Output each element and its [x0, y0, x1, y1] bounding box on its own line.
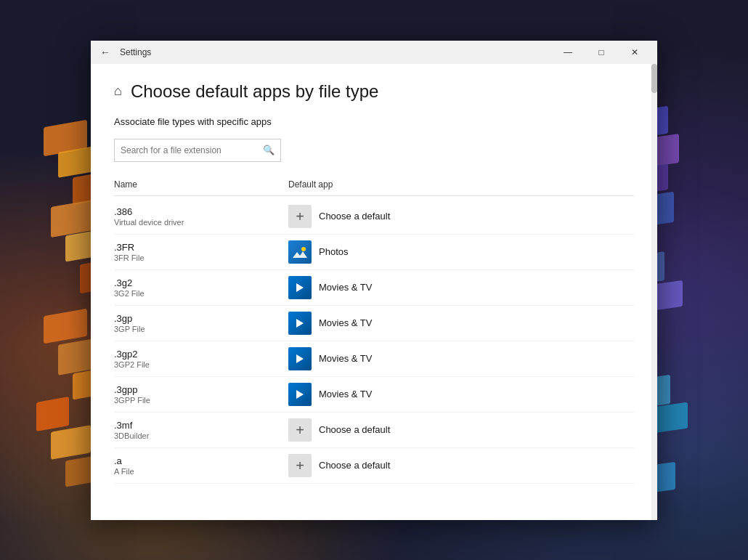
- item-app[interactable]: + Choose a default: [288, 418, 390, 442]
- item-app[interactable]: Movies & TV: [288, 383, 372, 406]
- item-info: .3g2 3G2 File: [114, 277, 288, 298]
- page-header: ⌂ Choose default apps by file type: [114, 81, 634, 102]
- back-button[interactable]: ←: [97, 44, 114, 61]
- item-info: .3mf 3DBuilder: [114, 420, 288, 440]
- item-description: 3GP File: [114, 325, 288, 333]
- app-name: Movies & TV: [319, 389, 372, 399]
- item-info: .3gp 3GP File: [114, 313, 288, 333]
- maximize-button[interactable]: □: [585, 41, 618, 64]
- svg-point-2: [301, 247, 306, 251]
- list-header: Name Default app: [114, 176, 634, 196]
- item-extension: .3gp: [114, 313, 288, 324]
- app-name: Movies & TV: [319, 282, 372, 293]
- title-bar: ← Settings — □ ✕: [91, 41, 657, 64]
- default-icon: +: [288, 454, 312, 477]
- table-row[interactable]: .3gp2 3GP2 File Movies & TV: [114, 341, 634, 377]
- table-row[interactable]: .3gp 3GP File Movies & TV: [114, 306, 634, 341]
- item-info: .3gp2 3GP2 File: [114, 349, 288, 369]
- item-extension: .a: [114, 455, 288, 466]
- window-controls: — □ ✕: [551, 41, 651, 64]
- item-description: 3GP2 File: [114, 360, 288, 369]
- table-row[interactable]: .3g2 3G2 File Movies & TV: [114, 270, 634, 306]
- page-subtitle: Associate file types with specific apps: [114, 116, 634, 127]
- item-app[interactable]: Movies & TV: [288, 347, 372, 370]
- movies-icon: [288, 312, 312, 335]
- app-name: Choose a default: [319, 424, 390, 435]
- table-row[interactable]: .386 Virtual device driver + Choose a de…: [114, 199, 634, 235]
- col-app-header: Default app: [288, 179, 333, 190]
- photos-icon: [288, 240, 312, 264]
- col-name-header: Name: [114, 179, 288, 190]
- page-content: ⌂ Choose default apps by file type Assoc…: [91, 64, 657, 520]
- item-info: .a A File: [114, 455, 288, 476]
- movies-icon: [288, 276, 312, 299]
- item-app[interactable]: Movies & TV: [288, 312, 372, 335]
- home-icon[interactable]: ⌂: [114, 84, 122, 99]
- item-extension: .3gp2: [114, 349, 288, 360]
- app-name: Choose a default: [319, 211, 390, 222]
- search-input[interactable]: [121, 145, 263, 155]
- table-row[interactable]: .3FR 3FR File Photos: [114, 235, 634, 270]
- app-name: Choose a default: [319, 460, 390, 471]
- item-app[interactable]: Movies & TV: [288, 276, 372, 299]
- default-icon: +: [288, 418, 312, 442]
- item-info: .3gpp 3GPP File: [114, 384, 288, 405]
- item-description: 3GPP File: [114, 396, 288, 405]
- item-app[interactable]: Photos: [288, 240, 348, 264]
- item-app[interactable]: + Choose a default: [288, 454, 390, 477]
- item-extension: .3gpp: [114, 384, 288, 395]
- table-row[interactable]: .3gpp 3GPP File Movies & TV: [114, 377, 634, 413]
- file-type-list: .386 Virtual device driver + Choose a de…: [114, 199, 634, 484]
- item-description: 3G2 File: [114, 289, 288, 298]
- window-title: Settings: [120, 47, 551, 57]
- table-row[interactable]: .a A File + Choose a default: [114, 448, 634, 484]
- item-description: A File: [114, 467, 288, 476]
- search-box[interactable]: 🔍: [114, 139, 281, 162]
- settings-window: ← Settings — □ ✕ ⌂ Choose default apps b…: [91, 41, 657, 520]
- item-extension: .3g2: [114, 277, 288, 288]
- minimize-button[interactable]: —: [551, 41, 585, 64]
- item-info: .3FR 3FR File: [114, 242, 288, 262]
- item-description: Virtual device driver: [114, 218, 288, 227]
- app-name: Photos: [319, 246, 348, 257]
- page-title: Choose default apps by file type: [131, 81, 379, 102]
- search-icon: 🔍: [263, 145, 275, 155]
- item-extension: .386: [114, 206, 288, 217]
- item-app[interactable]: + Choose a default: [288, 205, 390, 228]
- app-name: Movies & TV: [319, 317, 372, 328]
- close-button[interactable]: ✕: [618, 41, 651, 64]
- item-description: 3DBuilder: [114, 431, 288, 440]
- svg-marker-1: [293, 251, 307, 258]
- movies-icon: [288, 383, 312, 406]
- item-description: 3FR File: [114, 253, 288, 262]
- item-extension: .3mf: [114, 420, 288, 431]
- movies-icon: [288, 347, 312, 370]
- item-info: .386 Virtual device driver: [114, 206, 288, 227]
- item-extension: .3FR: [114, 242, 288, 253]
- default-icon: +: [288, 205, 312, 228]
- app-name: Movies & TV: [319, 353, 372, 364]
- table-row[interactable]: .3mf 3DBuilder + Choose a default: [114, 413, 634, 448]
